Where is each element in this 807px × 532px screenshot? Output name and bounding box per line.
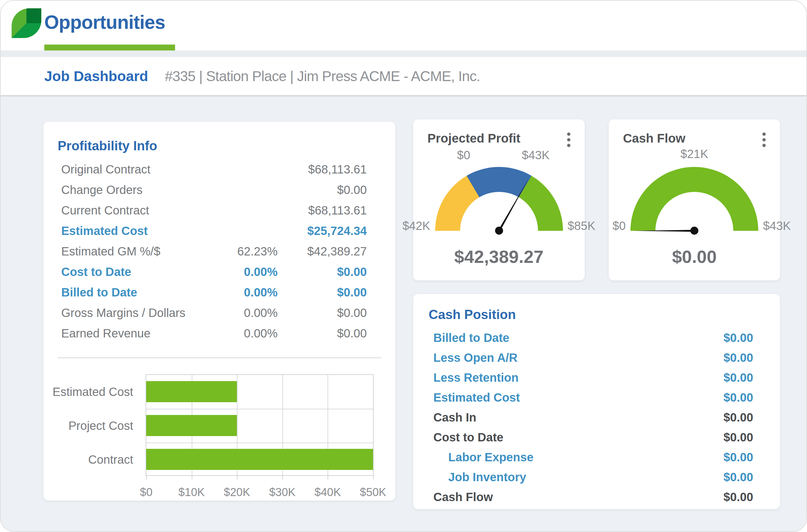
- cash-flow-value: $0.00: [609, 247, 780, 267]
- row-label: Estimated Cost: [433, 391, 520, 404]
- row-label: Estimated Cost: [61, 224, 206, 238]
- cash-position-table: Billed to Date$0.00 Less Open A/R$0.00 L…: [433, 328, 753, 507]
- breadcrumb-tab-job-dashboard[interactable]: Job Dashboard: [44, 68, 148, 84]
- row-label: Gross Margins / Dollars: [61, 306, 206, 320]
- table-row: Less Retention$0.00: [433, 368, 753, 388]
- category-label: Estimated Cost: [50, 385, 133, 399]
- cost-bar-chart: Estimated Cost Project Cost Contract $0 …: [146, 374, 374, 476]
- profitability-table: Original Contract$68,113.61 Change Order…: [61, 159, 367, 344]
- row-amount: $68,113.61: [278, 204, 367, 217]
- cash-position-panel: Cash Position Billed to Date$0.00 Less O…: [413, 294, 780, 509]
- bar-project-cost: [146, 415, 237, 436]
- row-amount: $0.00: [723, 391, 753, 404]
- row-label: Billed to Date: [61, 286, 206, 299]
- gauge-pivot: [495, 227, 503, 235]
- table-row: Cash Flow$0.00: [433, 487, 753, 507]
- cash-flow-title: Cash Flow: [623, 131, 685, 146]
- table-row: Labor Expense$0.00: [433, 447, 753, 467]
- axis-tick: [282, 475, 283, 479]
- axis-tick-label: $40K: [314, 486, 341, 499]
- axis-tick-label: $20K: [224, 486, 250, 499]
- axis-tick: [192, 475, 192, 479]
- row-amount: $0.00: [723, 351, 753, 364]
- axis-tick-label: $0: [140, 486, 152, 499]
- row-amount: $0.00: [723, 451, 753, 464]
- table-row: Cost to Date$0.00: [433, 428, 753, 447]
- axis-tick-label: $50K: [360, 486, 386, 499]
- row-label: Billed to Date: [433, 331, 510, 345]
- page-title: Opportunities: [44, 11, 165, 33]
- gauge-label-zero: $0: [457, 149, 471, 162]
- profitability-title: Profitability Info: [58, 138, 395, 153]
- row-label: Original Contract: [61, 163, 206, 176]
- row-amount: $0.00: [278, 327, 367, 340]
- cash-flow-gauge: $0 $21K $43K: [630, 167, 758, 231]
- header-divider-band: [1, 51, 806, 57]
- gauge-pivot: [691, 227, 698, 235]
- projected-profit-value: $42,389.27: [413, 247, 585, 267]
- gauge-label-mid: $43K: [522, 149, 550, 162]
- gridline: [146, 409, 373, 409]
- dashboard-body: Profitability Info Original Contract$68,…: [1, 97, 806, 531]
- kebab-menu-icon[interactable]: [565, 130, 573, 149]
- table-row: Billed to Date0.00%$0.00: [61, 282, 367, 303]
- axis-tick-label: $30K: [269, 486, 295, 499]
- kebab-menu-icon[interactable]: [760, 130, 768, 149]
- bar-estimated-cost: [146, 381, 237, 402]
- app-window: Opportunities Job Dashboard #335 | Stati…: [0, 0, 807, 532]
- row-label: Estimated GM %/$: [61, 245, 206, 258]
- title-underline: [44, 44, 175, 51]
- row-label: Less Open A/R: [433, 351, 517, 364]
- row-label: Less Retention: [433, 371, 519, 384]
- row-label: Cost to Date: [61, 265, 206, 279]
- table-row: Billed to Date$0.00: [433, 328, 753, 348]
- category-label: Contract: [50, 453, 133, 467]
- row-amount: $0.00: [723, 471, 753, 484]
- row-amount: $0.00: [278, 265, 367, 279]
- row-amount: $42,389.27: [278, 245, 367, 258]
- row-label: Current Contract: [61, 204, 206, 217]
- row-amount: $0.00: [278, 286, 367, 299]
- row-label: Cost to Date: [433, 431, 503, 444]
- table-row: Earned Revenue0.00%$0.00: [61, 323, 367, 344]
- projected-profit-card: Projected Profit $42K $0 $43K $85K $42,3…: [413, 119, 585, 280]
- row-amount: $0.00: [278, 306, 367, 320]
- row-percent: 0.00%: [206, 265, 278, 279]
- row-label: Change Orders: [61, 183, 206, 197]
- row-amount: $25,724.34: [278, 224, 367, 238]
- category-label: Project Cost: [50, 419, 133, 433]
- gauge-label-min: $0: [612, 219, 626, 233]
- row-label: Job Inventory: [433, 471, 526, 484]
- gauge-label-max: $43K: [763, 219, 791, 233]
- row-amount: $68,113.61: [278, 163, 367, 176]
- row-percent: 0.00%: [206, 306, 278, 320]
- table-row: Current Contract$68,113.61: [61, 200, 367, 221]
- axis-tick: [237, 475, 238, 479]
- axis-tick-label: $10K: [178, 486, 205, 499]
- gauge-label-mid: $21K: [680, 147, 708, 161]
- row-label: Earned Revenue: [61, 327, 206, 340]
- projected-profit-gauge: $42K $0 $43K $85K: [435, 167, 563, 231]
- row-amount: $0.00: [723, 371, 753, 384]
- row-percent: 62.23%: [206, 245, 278, 258]
- row-amount: $0.00: [723, 411, 753, 424]
- row-label: Cash Flow: [433, 490, 493, 504]
- gridline: [146, 442, 373, 443]
- breadcrumb: Job Dashboard #335 | Station Place | Jim…: [1, 57, 806, 95]
- row-percent: 0.00%: [206, 327, 278, 340]
- row-label: Cash In: [433, 411, 476, 424]
- bar-contract: [146, 449, 373, 470]
- table-row: Cost to Date0.00%$0.00: [61, 262, 367, 282]
- table-row: Gross Margins / Dollars0.00%$0.00: [61, 303, 367, 323]
- table-row: Cash In$0.00: [433, 407, 753, 428]
- row-percent: 0.00%: [206, 286, 278, 299]
- gauge-label-min: $42K: [402, 219, 430, 233]
- table-row: Less Open A/R$0.00: [433, 348, 753, 368]
- table-row: Estimated Cost$0.00: [433, 388, 753, 407]
- section-divider: [58, 357, 381, 358]
- profitability-panel: Profitability Info Original Contract$68,…: [43, 122, 395, 500]
- cash-position-title: Cash Position: [428, 307, 780, 322]
- projected-profit-title: Projected Profit: [427, 131, 520, 146]
- row-amount: $0.00: [723, 331, 753, 345]
- table-row: Job Inventory$0.00: [433, 467, 753, 487]
